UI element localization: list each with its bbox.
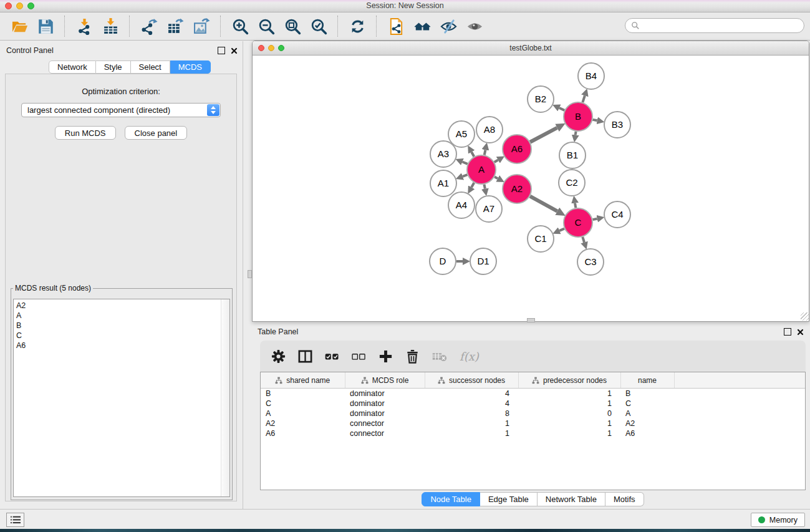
cell[interactable]: 1 — [518, 399, 620, 409]
cell[interactable]: 1 — [518, 389, 620, 399]
cell[interactable]: 1 — [518, 418, 620, 428]
import-table-button[interactable] — [99, 15, 122, 37]
table-row[interactable]: Bdominator41B — [261, 389, 805, 399]
node-B4[interactable]: B4 — [578, 63, 604, 89]
delete-column-button[interactable] — [403, 347, 421, 365]
edge-A-A8[interactable] — [485, 150, 486, 155]
cell[interactable]: 1 — [518, 428, 620, 438]
show-details-button[interactable] — [463, 15, 486, 37]
edge-B-B2[interactable] — [559, 108, 564, 110]
refresh-layout-button[interactable] — [346, 15, 369, 37]
edge-A-A3[interactable] — [463, 162, 468, 164]
node-A5[interactable]: A5 — [448, 121, 475, 147]
run-mcds-button[interactable]: Run MCDS — [55, 126, 116, 140]
cell[interactable]: 4 — [425, 399, 518, 409]
cell[interactable]: 4 — [425, 389, 518, 399]
node-A8[interactable]: A8 — [476, 117, 503, 143]
cell[interactable]: 0 — [518, 409, 620, 418]
tab-style[interactable]: Style — [96, 60, 131, 74]
node-C4[interactable]: C4 — [604, 201, 630, 228]
result-item[interactable]: B — [14, 321, 229, 331]
search-box[interactable] — [625, 18, 804, 33]
node-C1[interactable]: C1 — [528, 226, 554, 252]
float-panel-icon[interactable] — [218, 47, 225, 54]
export-image-button[interactable] — [190, 15, 213, 37]
edge-A-A2[interactable] — [494, 177, 498, 178]
cell[interactable]: A6 — [261, 428, 345, 438]
cell[interactable]: dominator — [345, 389, 425, 399]
cell[interactable]: C — [261, 399, 345, 409]
search-input[interactable] — [643, 21, 798, 31]
export-table-button[interactable] — [164, 15, 186, 37]
edge-A6-B[interactable] — [530, 128, 557, 142]
tab-select[interactable]: Select — [131, 60, 170, 74]
cell[interactable]: A2 — [261, 418, 345, 428]
node-A1[interactable]: A1 — [430, 170, 456, 196]
add-column-button[interactable] — [377, 347, 394, 365]
edge-C-C3[interactable] — [582, 237, 584, 243]
node-B1[interactable]: B1 — [559, 142, 586, 168]
node-D[interactable]: D — [430, 248, 456, 274]
node-C2[interactable]: C2 — [559, 170, 585, 196]
function-builder-button[interactable]: f(x) — [460, 350, 479, 363]
edge-A-A4[interactable] — [471, 183, 474, 187]
column-header-shared-name[interactable]: shared name — [261, 372, 345, 389]
result-item[interactable]: A6 — [14, 341, 229, 351]
cell[interactable]: B — [261, 389, 345, 399]
table-row[interactable]: A2connector11A2 — [261, 418, 805, 428]
table-row[interactable]: A6connector11A6 — [261, 428, 805, 438]
criterion-dropdown[interactable]: largest connected component (directed) — [21, 103, 221, 117]
result-item[interactable]: C — [14, 331, 229, 341]
edge-C-C1[interactable] — [559, 229, 564, 231]
column-header-name[interactable]: name — [620, 372, 674, 389]
node-A[interactable]: A — [467, 155, 496, 184]
task-history-button[interactable] — [6, 513, 24, 527]
zoom-fit-button[interactable] — [281, 15, 304, 37]
cell[interactable]: A2 — [620, 418, 674, 428]
node-B2[interactable]: B2 — [528, 86, 554, 112]
node-A6[interactable]: A6 — [503, 135, 531, 163]
result-item[interactable]: A2 — [14, 301, 229, 311]
deselect-all-button[interactable] — [350, 347, 367, 365]
hide-details-button[interactable] — [437, 15, 460, 37]
column-header-predecessor-nodes[interactable]: predecessor nodes — [518, 372, 620, 389]
node-C3[interactable]: C3 — [577, 249, 604, 275]
show-column-button[interactable] — [296, 347, 314, 365]
edge-C-C2[interactable] — [575, 203, 576, 208]
column-header-successor-nodes[interactable]: successor nodes — [425, 372, 518, 389]
network-resize-grip[interactable] — [801, 312, 809, 321]
result-scrollbar[interactable] — [221, 299, 229, 496]
zoom-selected-button[interactable] — [307, 15, 330, 37]
edge-A2-C[interactable] — [530, 196, 557, 211]
tab-motifs[interactable]: Motifs — [605, 492, 644, 506]
cell[interactable]: 8 — [425, 409, 518, 418]
table-row[interactable]: Adominator80A — [261, 409, 805, 418]
network-from-file-button[interactable] — [385, 15, 407, 37]
save-session-button[interactable] — [34, 15, 57, 37]
cell[interactable]: A — [620, 409, 674, 418]
column-header-mcds-role[interactable]: MCDS role — [345, 372, 425, 389]
import-network-button[interactable] — [73, 15, 95, 37]
export-network-button[interactable] — [138, 15, 160, 37]
edge-A-A1[interactable] — [463, 175, 467, 177]
edge-B-B4[interactable] — [582, 95, 584, 102]
node-A3[interactable]: A3 — [430, 141, 456, 167]
edge-A-A7[interactable] — [484, 185, 485, 189]
edge-B-B1[interactable] — [576, 132, 576, 135]
node-D1[interactable]: D1 — [470, 248, 496, 274]
cell[interactable]: C — [620, 399, 674, 409]
network-window-titlebar[interactable]: testGlobe.txt — [253, 41, 809, 56]
edge-A-A5[interactable] — [471, 152, 474, 157]
table-float-panel-icon[interactable] — [784, 328, 791, 336]
close-panel-button[interactable]: Close panel — [125, 126, 188, 140]
node-A7[interactable]: A7 — [476, 196, 502, 222]
cell[interactable]: 1 — [425, 428, 518, 438]
result-item[interactable]: A — [14, 311, 229, 321]
cell[interactable]: connector — [345, 428, 425, 438]
cell[interactable]: B — [620, 389, 674, 399]
close-panel-icon[interactable] — [231, 47, 238, 54]
cell[interactable]: dominator — [345, 409, 425, 418]
network-canvas[interactable]: AA1A2A3A4A5A6A7A8BB1B2B3B4CC1C2C3C4DD1 — [253, 56, 809, 321]
table-options-button[interactable] — [269, 347, 287, 365]
select-all-button[interactable] — [323, 347, 340, 365]
